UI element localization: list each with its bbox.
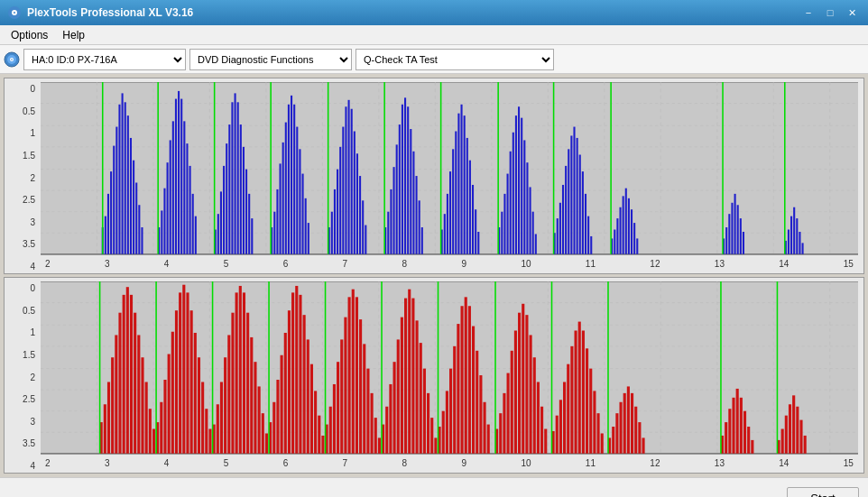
menu-help[interactable]: Help <box>55 27 92 43</box>
svg-rect-332 <box>503 393 505 454</box>
svg-rect-323 <box>468 306 471 454</box>
svg-rect-303 <box>397 339 400 453</box>
svg-rect-265 <box>265 433 268 453</box>
svg-rect-115 <box>407 106 409 254</box>
svg-rect-96 <box>339 147 341 254</box>
svg-rect-127 <box>455 132 457 254</box>
svg-rect-149 <box>532 212 534 254</box>
svg-rect-288 <box>344 318 346 454</box>
toolbar: HA:0 ID:0 PX-716A DVD Diagnostic Functio… <box>0 45 868 74</box>
svg-rect-53 <box>175 99 177 254</box>
svg-rect-286 <box>337 362 339 454</box>
svg-rect-357 <box>596 413 599 454</box>
title-bar-left: PlexTools Professional XL V3.16 <box>7 5 193 20</box>
svg-rect-312 <box>430 418 433 454</box>
svg-rect-180 <box>728 214 730 254</box>
svg-rect-258 <box>239 286 242 454</box>
svg-rect-165 <box>590 236 592 254</box>
svg-rect-241 <box>179 292 181 453</box>
svg-rect-41 <box>130 138 132 254</box>
svg-rect-352 <box>578 322 581 454</box>
svg-rect-191 <box>796 218 798 254</box>
svg-rect-247 <box>201 382 204 453</box>
svg-rect-309 <box>420 343 422 454</box>
svg-rect-369 <box>642 437 644 453</box>
svg-rect-333 <box>507 373 510 454</box>
svg-rect-156 <box>565 166 567 254</box>
svg-rect-125 <box>449 171 451 254</box>
svg-rect-339 <box>530 335 532 453</box>
svg-rect-154 <box>559 203 561 254</box>
svg-rect-254 <box>224 357 226 454</box>
svg-rect-157 <box>568 149 569 253</box>
svg-rect-386 <box>796 407 799 454</box>
svg-rect-351 <box>575 331 577 454</box>
svg-rect-279 <box>314 391 317 453</box>
svg-rect-160 <box>577 138 578 254</box>
svg-rect-36 <box>115 127 117 254</box>
svg-rect-150 <box>535 234 537 253</box>
svg-rect-358 <box>601 433 604 453</box>
svg-rect-173 <box>628 198 630 254</box>
svg-rect-372 <box>725 422 727 454</box>
svg-rect-101 <box>354 132 356 254</box>
svg-rect-362 <box>615 413 618 454</box>
svg-rect-289 <box>348 297 351 453</box>
close-button[interactable]: ✕ <box>843 5 861 20</box>
menu-options[interactable]: Options <box>4 27 55 43</box>
svg-rect-71 <box>240 124 242 254</box>
svg-rect-68 <box>231 102 233 253</box>
svg-rect-296 <box>374 418 377 454</box>
svg-rect-326 <box>479 375 482 454</box>
svg-rect-34 <box>110 171 112 254</box>
title-bar: PlexTools Professional XL V3.16 − □ ✕ <box>0 0 868 25</box>
svg-rect-174 <box>631 209 633 254</box>
svg-rect-155 <box>562 185 564 254</box>
minimize-button[interactable]: − <box>799 5 817 20</box>
svg-rect-336 <box>518 313 521 454</box>
svg-rect-368 <box>638 422 641 454</box>
svg-rect-85 <box>293 105 295 254</box>
start-button[interactable]: Start <box>787 487 859 498</box>
svg-rect-163 <box>585 194 586 254</box>
svg-rect-109 <box>390 189 392 254</box>
svg-rect-43 <box>135 182 137 253</box>
maximize-button[interactable]: □ <box>821 5 839 20</box>
svg-rect-55 <box>180 99 182 254</box>
svg-rect-40 <box>127 115 129 254</box>
test-select[interactable]: Q-Check TA Test <box>356 49 554 70</box>
svg-rect-182 <box>734 194 736 254</box>
svg-rect-317 <box>446 391 448 453</box>
svg-rect-347 <box>559 400 562 453</box>
svg-rect-141 <box>510 152 512 254</box>
svg-rect-304 <box>401 318 403 454</box>
svg-rect-120 <box>421 227 423 254</box>
svg-rect-119 <box>419 200 420 253</box>
svg-rect-50 <box>167 162 169 254</box>
svg-rect-277 <box>307 339 309 453</box>
svg-rect-78 <box>273 212 275 254</box>
svg-rect-324 <box>472 327 475 454</box>
svg-rect-281 <box>321 436 324 454</box>
svg-rect-272 <box>288 310 291 454</box>
svg-rect-64 <box>220 191 222 253</box>
svg-rect-275 <box>299 295 301 454</box>
svg-rect-168 <box>614 230 615 254</box>
svg-rect-257 <box>235 292 238 453</box>
svg-rect-231 <box>145 382 148 453</box>
svg-rect-249 <box>208 429 211 454</box>
svg-rect-158 <box>570 135 572 253</box>
svg-rect-384 <box>789 404 791 454</box>
svg-rect-145 <box>521 118 522 254</box>
svg-rect-63 <box>217 214 219 254</box>
svg-rect-135 <box>477 232 479 254</box>
svg-rect-190 <box>793 207 795 254</box>
function-select[interactable]: DVD Diagnostic Functions <box>189 49 352 70</box>
svg-rect-327 <box>483 402 485 454</box>
svg-rect-100 <box>351 109 353 254</box>
svg-rect-69 <box>235 93 236 253</box>
svg-rect-126 <box>452 149 454 253</box>
svg-rect-365 <box>627 386 630 453</box>
device-select[interactable]: HA:0 ID:0 PX-716A <box>23 49 186 70</box>
svg-rect-338 <box>525 315 528 454</box>
